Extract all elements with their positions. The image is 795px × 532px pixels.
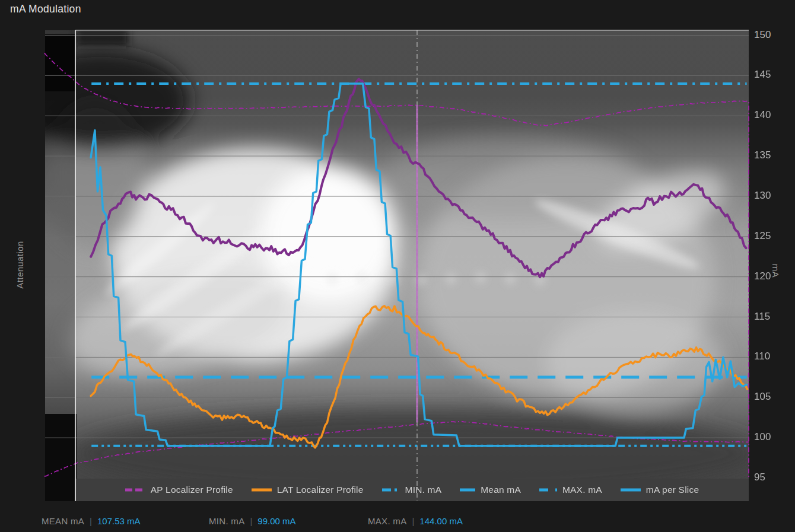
status-mean-ma: MEAN mA|107.53 mA [42,516,141,526]
y-tick-label: 105 [754,391,781,403]
legend-swatch-icon [460,488,475,492]
y-tick-label: 135 [754,149,781,161]
legend-label: MIN. mA [405,485,442,495]
status-value: 107.53 mA [97,516,141,526]
status-separator: | [250,516,252,526]
legend-item-max-ma[interactable]: MAX. mA [539,485,602,495]
y-tick-label: 150 [754,29,781,41]
ct-localizer-background-image [12,30,759,501]
y-tick-label: 140 [754,109,781,121]
y-tick-label: 130 [754,190,781,202]
legend-label: AP Localizer Profile [151,485,233,495]
modulation-chart[interactable] [0,0,795,532]
status-value: 144.00 mA [419,516,463,526]
legend-item-ma-per-slice[interactable]: mA per Slice [621,485,699,495]
y-tick-label: 125 [754,230,781,242]
legend-item-ap-localizer-profile[interactable]: AP Localizer Profile [125,485,233,495]
y-tick-label: 95 [754,472,781,483]
legend-swatch-icon [621,488,641,492]
legend-swatch-icon [125,488,145,492]
status-max-ma: MAX. mA|144.00 mA [368,516,463,526]
chart-legend: AP Localizer ProfileLAT Localizer Profil… [75,479,749,501]
y-tick-label: 110 [754,351,781,362]
status-bar: MEAN mA|107.53 mA MIN. mA|99.00 mA MAX. … [0,516,795,530]
status-label: MEAN mA [42,516,84,526]
y-tick-label: 120 [754,270,781,282]
y-tick-label: 115 [754,311,781,323]
legend-label: Mean mA [481,485,521,495]
status-label: MAX. mA [368,516,406,526]
left-axis-title: Attenuation [15,209,25,321]
legend-item-min-ma[interactable]: MIN. mA [382,485,442,495]
legend-item-mean-ma[interactable]: Mean mA [460,485,521,495]
legend-item-lat-localizer-profile[interactable]: LAT Localizer Profile [252,485,364,495]
legend-swatch-icon [539,488,557,492]
legend-label: LAT Localizer Profile [277,485,364,495]
legend-swatch-icon [382,488,400,492]
legend-swatch-icon [252,488,272,492]
status-value: 99.00 mA [257,516,295,526]
y-tick-label: 145 [754,69,781,81]
legend-label: MAX. mA [562,485,602,495]
legend-label: mA per Slice [646,485,699,495]
ma-modulation-window: mA Modulation [0,0,795,532]
y-tick-label: 100 [754,431,781,443]
status-min-ma: MIN. mA|99.00 mA [209,516,296,526]
status-label: MIN. mA [209,516,244,526]
status-separator: | [412,516,414,526]
status-separator: | [90,516,92,526]
